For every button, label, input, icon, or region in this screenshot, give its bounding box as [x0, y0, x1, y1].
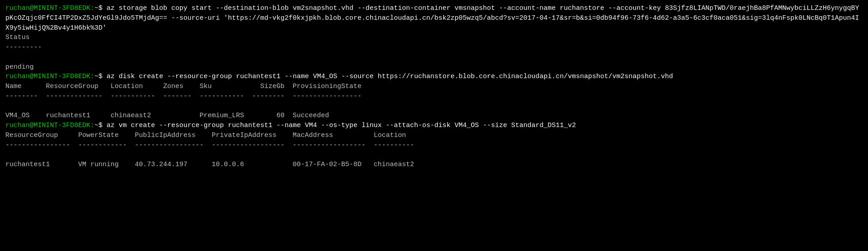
cmd-3: az vm create --resource-group ruchantest… — [107, 122, 576, 129]
output-blank-1 — [5, 53, 863, 62]
output-status-label: Status — [5, 33, 863, 43]
prompt-2: ruchan@MININT-3FD8EDK: — [5, 73, 94, 80]
vm-table-divider: ---------------- ------------ ----------… — [5, 141, 863, 150]
command-line-2: ruchan@MININT-3FD8EDK:~$ az disk create … — [5, 72, 863, 82]
separator-1: ~$ — [94, 4, 107, 12]
output-separator-1: --------- — [5, 43, 863, 53]
command-line-3: ruchan@MININT-3FD8EDK:~$ az vm create --… — [5, 121, 863, 131]
separator-3: ~$ — [94, 122, 107, 129]
prompt-1: ruchan@MININT-3FD8EDK: — [5, 4, 94, 12]
cmd-1: az storage blob copy start --destination… — [5, 4, 859, 32]
vm-table-header: ResourceGroup PowerState PublicIpAddress… — [5, 131, 863, 141]
vm-table-blank — [5, 150, 863, 160]
command-line-1: ruchan@MININT-3FD8EDK:~$ az storage blob… — [5, 4, 863, 33]
disk-table-blank — [5, 101, 863, 111]
output-pending: pending — [5, 62, 863, 72]
prompt-3: ruchan@MININT-3FD8EDK: — [5, 122, 94, 129]
cmd-2: az disk create --resource-group ruchante… — [107, 73, 673, 80]
disk-table-divider: -------- -------------- ----------- ----… — [5, 92, 863, 101]
vm-table-row: ruchantest1 VM running 40.73.244.197 10.… — [5, 160, 863, 170]
separator-2: ~$ — [94, 73, 107, 80]
disk-table-header: Name ResourceGroup Location Zones Sku Si… — [5, 82, 863, 92]
disk-table-row: VM4_OS ruchantest1 chinaeast2 Premium_LR… — [5, 111, 863, 121]
terminal: ruchan@MININT-3FD8EDK:~$ az storage blob… — [5, 4, 863, 170]
